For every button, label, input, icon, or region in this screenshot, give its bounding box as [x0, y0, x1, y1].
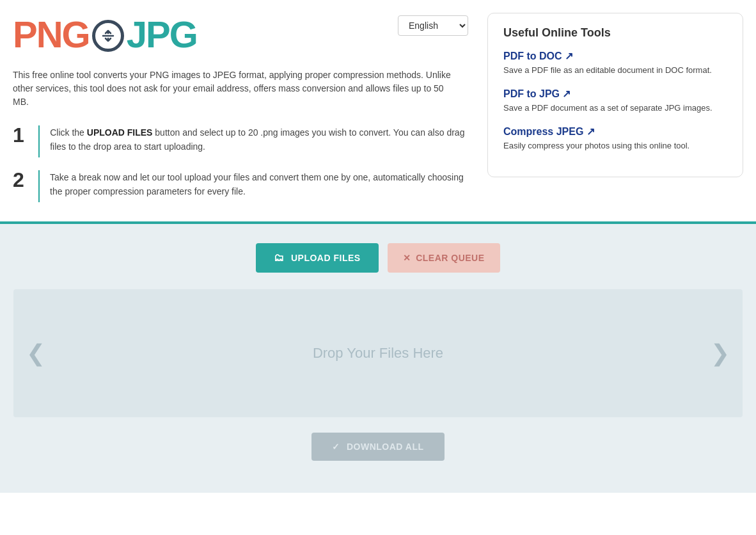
language-select[interactable]: English Deutsch Español Français Portugu…: [398, 15, 468, 36]
sidebar-title: Useful Online Tools: [503, 26, 727, 40]
compress-jpeg-link[interactable]: Compress JPEG ↗: [503, 125, 727, 138]
carousel-right-arrow[interactable]: ❯: [704, 333, 736, 373]
pdf-to-jpg-desc: Save a PDF document as a set of separate…: [503, 102, 727, 114]
upload-label: UPLOAD FILES: [291, 253, 361, 263]
drop-zone-text: Drop Your Files Here: [313, 345, 443, 362]
logo-jpg: JPG: [127, 13, 197, 56]
logo: PNG JPG: [13, 13, 197, 56]
language-selector-container: English Deutsch Español Français Portugu…: [398, 13, 468, 36]
sidebar-tool-compress-jpeg: Compress JPEG ↗ Easily compress your pho…: [503, 125, 727, 152]
step-2-number: 2: [13, 168, 28, 192]
logo-to-icon: [92, 20, 124, 52]
download-icon: ✓: [332, 442, 340, 452]
carousel-left-arrow[interactable]: ❮: [20, 333, 52, 373]
pdf-to-jpg-link[interactable]: PDF to JPG ↗: [503, 88, 727, 100]
upload-section: 🗂 UPLOAD FILES ✕ CLEAR QUEUE ❮ Drop Your…: [0, 224, 756, 493]
logo-png: PNG: [13, 13, 90, 56]
action-buttons: 🗂 UPLOAD FILES ✕ CLEAR QUEUE: [256, 243, 500, 273]
step-1-divider: [38, 125, 40, 157]
step-2: 2 Take a break now and let our tool uplo…: [13, 168, 468, 202]
step-2-divider: [38, 170, 40, 202]
sidebar: Useful Online Tools PDF to DOC ↗ Save a …: [487, 13, 743, 177]
pdf-to-doc-link[interactable]: PDF to DOC ↗: [503, 50, 727, 62]
download-all-label: DOWNLOAD ALL: [347, 442, 424, 452]
upload-icon: 🗂: [274, 252, 285, 264]
description-text: This free online tool converts your PNG …: [13, 68, 461, 109]
pdf-to-doc-desc: Save a PDF file as an editable document …: [503, 65, 727, 76]
steps-list: 1 Click the UPLOAD FILES button and sele…: [13, 123, 468, 202]
step-1-number: 1: [13, 123, 28, 147]
upload-files-button[interactable]: 🗂 UPLOAD FILES: [256, 243, 378, 273]
clear-icon: ✕: [403, 253, 411, 263]
step-1-text: Click the UPLOAD FILES button and select…: [50, 123, 468, 154]
sidebar-tool-pdf-to-jpg: PDF to JPG ↗ Save a PDF document as a se…: [503, 88, 727, 114]
step-1: 1 Click the UPLOAD FILES button and sele…: [13, 123, 468, 157]
sidebar-tool-pdf-to-doc: PDF to DOC ↗ Save a PDF file as an edita…: [503, 50, 727, 76]
compress-jpeg-desc: Easily compress your photos using this o…: [503, 140, 727, 152]
step-2-text: Take a break now and let our tool upload…: [50, 168, 468, 199]
clear-label: CLEAR QUEUE: [416, 253, 484, 263]
clear-queue-button[interactable]: ✕ CLEAR QUEUE: [388, 243, 500, 273]
drop-zone[interactable]: ❮ Drop Your Files Here ❯: [13, 289, 743, 417]
download-all-button[interactable]: ✓ DOWNLOAD ALL: [311, 433, 444, 461]
